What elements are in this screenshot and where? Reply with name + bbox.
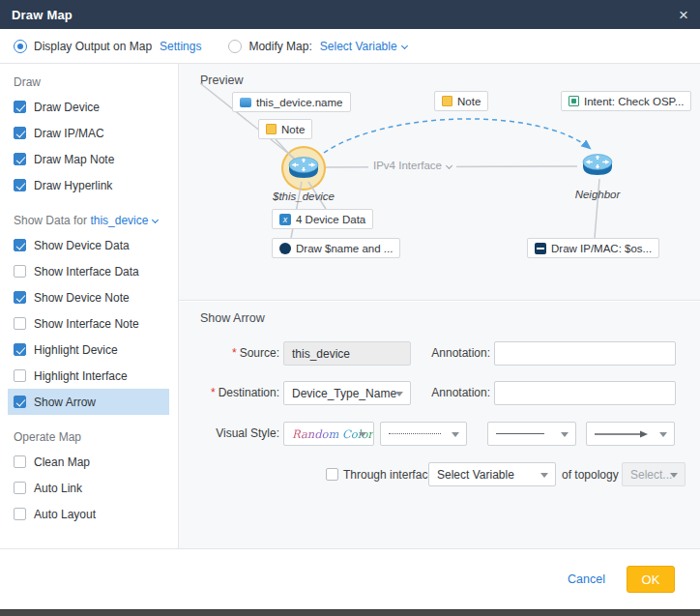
note-text: Note [281, 124, 305, 135]
sidebar-item-show-arrow[interactable]: Show Arrow [8, 389, 169, 415]
note-box-1[interactable]: Note [258, 119, 312, 139]
draw-map-dialog: Draw Map × Display Output on Map Setting… [0, 0, 700, 609]
dotted-line-preview [389, 433, 441, 434]
solid-line-preview [496, 433, 544, 434]
checkbox-show-arrow[interactable] [14, 396, 26, 408]
intent-box[interactable]: Intent: Check OSP... [561, 91, 691, 111]
sidebar-item-show-device-data[interactable]: Show Device Data [8, 232, 169, 258]
source-input[interactable] [283, 341, 411, 366]
close-icon[interactable]: × [679, 7, 688, 23]
checkbox-show-interface-data[interactable] [14, 265, 26, 278]
annotation-input-2[interactable] [494, 381, 676, 405]
dialog-footer: Cancel OK [0, 548, 700, 609]
through-variable-select[interactable]: Select Variable [428, 462, 556, 486]
sidebar-item-highlight-interface[interactable]: Highlight Interface [8, 363, 169, 389]
checkbox-label: Show Device Note [34, 291, 130, 305]
ok-button[interactable]: OK [627, 566, 675, 593]
arrow-style-select[interactable] [586, 422, 675, 446]
mode-row: Display Output on Map Settings Modify Ma… [0, 29, 700, 64]
chevron-down-icon [670, 473, 678, 478]
sidebar-item-clean-map[interactable]: Clean Map [8, 449, 169, 475]
destination-label: *Destination: [179, 386, 279, 400]
through-variable-value: Select Variable [437, 468, 514, 482]
chevron-down-icon [659, 432, 667, 437]
device-data-icon: x [279, 214, 291, 225]
device-name-box[interactable]: this_device.name [232, 92, 351, 112]
sidebar-item-auto-link[interactable]: Auto Link [8, 475, 169, 501]
sidebar-item-show-interface-note[interactable]: Show Interface Note [8, 310, 169, 337]
line-weight-select[interactable] [487, 422, 576, 446]
device-data-text: 4 Device Data [296, 214, 365, 225]
select-variable-link[interactable]: Select Variable [320, 40, 407, 53]
note-icon [442, 96, 452, 106]
draw-name-text: Draw $name and ... [296, 243, 393, 254]
draw-ipmac-icon [535, 243, 546, 254]
through-interface-checkbox[interactable] [326, 468, 338, 481]
checkbox-label: Show Interface Data [34, 265, 139, 279]
checkbox-draw-hyperlink[interactable] [14, 179, 26, 191]
chevron-down-icon [359, 432, 366, 437]
checkbox-label: Draw IP/MAC [34, 127, 104, 140]
operate-map-section-header: Operate Map [14, 430, 164, 445]
checkbox-draw-ipmac[interactable] [14, 127, 26, 139]
checkbox-show-interface-note[interactable] [14, 317, 26, 330]
sidebar-item-draw-ipmac[interactable]: Draw IP/MAC [8, 120, 169, 146]
device-data-box[interactable]: x 4 Device Data [272, 209, 373, 229]
sidebar-item-show-interface-data[interactable]: Show Interface Data [8, 258, 169, 284]
arrow-line-preview [595, 429, 649, 439]
checkbox-label: Clean Map [34, 455, 90, 469]
intent-text: Intent: Check OSP... [584, 96, 684, 107]
neighbor-router-icon[interactable] [581, 153, 614, 178]
device-name-text: this_device.name [256, 97, 343, 108]
sidebar-item-show-device-note[interactable]: Show Device Note [8, 284, 169, 310]
topology-select[interactable]: Select... [622, 462, 685, 486]
display-output-radio[interactable] [14, 40, 27, 53]
sidebar-item-draw-map-note[interactable]: Draw Map Note [8, 146, 169, 172]
settings-link[interactable]: Settings [160, 40, 201, 53]
sidebar: Draw Draw Device Draw IP/MAC Draw Map No… [0, 64, 179, 548]
sidebar-item-highlight-device[interactable]: Highlight Device [8, 337, 169, 363]
checkbox-auto-link[interactable] [14, 482, 26, 494]
chevron-down-icon [152, 217, 159, 223]
neighbor-label: Neighbor [549, 189, 646, 200]
checkbox-label: Auto Link [34, 482, 82, 495]
checkbox-highlight-interface[interactable] [14, 369, 26, 382]
sidebar-item-draw-hyperlink[interactable]: Draw Hyperlink [8, 172, 169, 198]
chevron-down-icon [446, 161, 452, 168]
modify-map-radio[interactable] [228, 40, 242, 53]
sidebar-item-auto-layout[interactable]: Auto Layout [8, 501, 169, 527]
checkbox-label: Highlight Device [34, 343, 118, 357]
this-device-router-icon[interactable] [287, 156, 320, 181]
checkbox-draw-device[interactable] [14, 101, 26, 113]
topology-select-value: Select... [630, 468, 672, 482]
draw-section-header: Draw [14, 75, 164, 90]
chevron-down-icon [401, 42, 408, 48]
destination-select[interactable]: Device_Type_Name [283, 381, 411, 405]
of-topology-label: of topology [562, 468, 619, 483]
checkbox-highlight-device[interactable] [14, 343, 26, 356]
chevron-down-icon [540, 473, 548, 478]
color-style-select[interactable]: Random Color [283, 422, 374, 446]
visual-style-label: Visual Style: [179, 426, 279, 441]
modify-map-label: Modify Map: [248, 40, 311, 53]
checkbox-label: Draw Hyperlink [34, 179, 112, 192]
this-device-link[interactable]: this_device [90, 214, 158, 227]
checkbox-label: Draw Map Note [34, 153, 114, 166]
checkbox-clean-map[interactable] [14, 455, 26, 468]
annotation-label-1: Annotation: [417, 346, 490, 361]
annotation-input-1[interactable] [494, 341, 676, 366]
checkbox-show-device-data[interactable] [14, 239, 26, 251]
draw-name-box[interactable]: Draw $name and ... [272, 238, 400, 258]
checkbox-label: Highlight Interface [34, 369, 128, 383]
draw-ipmac-box[interactable]: Draw IP/MAC: $os... [527, 238, 659, 258]
cancel-button[interactable]: Cancel [568, 572, 605, 586]
device-icon [240, 98, 251, 107]
checkbox-draw-map-note[interactable] [14, 153, 26, 165]
checkbox-show-device-note[interactable] [14, 291, 26, 304]
line-pattern-select[interactable] [380, 422, 467, 446]
checkbox-auto-layout[interactable] [14, 508, 26, 520]
sidebar-item-draw-device[interactable]: Draw Device [8, 94, 169, 120]
note-box-2[interactable]: Note [434, 91, 488, 111]
show-arrow-header: Show Arrow [200, 311, 265, 325]
interface-type-link[interactable]: IPv4 Interface [368, 160, 456, 171]
